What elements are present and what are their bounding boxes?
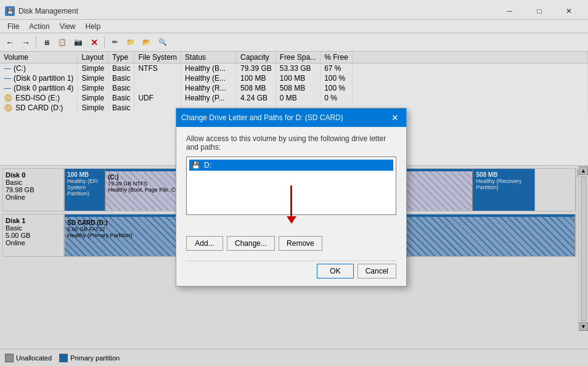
ok-button[interactable]: OK — [317, 264, 353, 279]
modal-overlay: Change Drive Letter and Paths for D: (SD… — [0, 0, 588, 366]
dialog-action-buttons: Add... Change... Remove — [186, 236, 396, 251]
modal-title-bar: Change Drive Letter and Paths for D: (SD… — [176, 108, 406, 127]
add-button[interactable]: Add... — [186, 236, 223, 251]
cancel-button[interactable]: Cancel — [357, 264, 396, 279]
change-button[interactable]: Change... — [227, 236, 275, 251]
drive-entry[interactable]: 💾 D: — [189, 160, 393, 171]
dialog-content: Allow access to this volume by using the… — [176, 127, 406, 286]
drive-letter: D: — [204, 161, 211, 169]
dialog-title: Change Drive Letter and Paths for D: (SD… — [181, 113, 343, 122]
drive-paths-listbox[interactable]: 💾 D: — [186, 157, 396, 215]
change-drive-letter-dialog: Change Drive Letter and Paths for D: (SD… — [176, 108, 407, 287]
dialog-close-button[interactable]: ✕ — [389, 113, 401, 123]
dialog-footer: OK Cancel — [186, 261, 396, 279]
dialog-description: Allow access to this volume by using the… — [186, 134, 396, 152]
remove-button[interactable]: Remove — [279, 236, 322, 251]
drive-icon: 💾 — [192, 161, 200, 169]
